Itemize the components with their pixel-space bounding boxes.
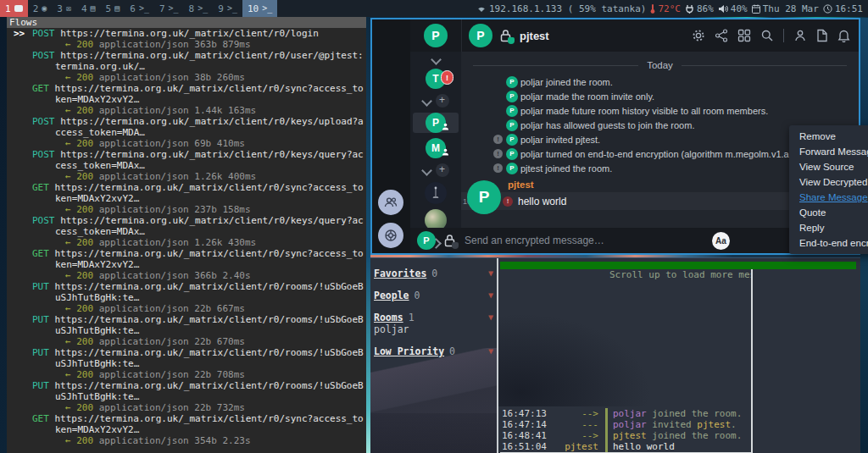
context-menu-item[interactable]: Reply (789, 220, 868, 235)
workspace-button[interactable]: 4 (76, 0, 101, 17)
lamp-icon (431, 186, 441, 200)
context-menu-item[interactable]: View Decrypted S (789, 174, 868, 190)
rooms-grid-icon[interactable] (737, 29, 751, 42)
context-menu-item[interactable]: End-to-end encry (789, 235, 868, 251)
workspace-icon (91, 4, 96, 13)
request-url: https://termina.org.uk/_matrix/client/r0… (55, 413, 364, 435)
room-entry[interactable]: poljar (374, 323, 493, 334)
workspace-button[interactable]: 10 (242, 0, 277, 17)
response-line: ← 200 application/json 22b 732ms (7, 402, 366, 413)
flow-row[interactable]: POST https://termina.org.uk/_matrix/clie… (7, 50, 366, 83)
response-status: ← 200 (65, 369, 93, 380)
room-event: P poljar joined the room. (461, 75, 859, 89)
workspace-button[interactable]: 6 (125, 0, 154, 17)
chevron-down-icon[interactable] (421, 165, 432, 176)
collapse-triangle-icon[interactable]: ▼ (488, 346, 493, 356)
context-menu-item[interactable]: Quote (789, 205, 868, 220)
request-line: PUT https://termina.org.uk/_matrix/clien… (7, 281, 366, 303)
log-line: 16:47:14 --- poljar invited pjtest . (500, 419, 751, 430)
directory-button[interactable] (378, 190, 403, 215)
flow-row[interactable]: POST https://termina.org.uk/_matrix/clie… (7, 149, 366, 182)
workspace-button[interactable]: 1 (0, 0, 28, 17)
share-icon[interactable] (715, 29, 728, 42)
flow-row[interactable]: >> POST https://termina.org.uk/_matrix/c… (7, 28, 366, 50)
request-url: https://termina.org.uk/_matrix/client/r0… (55, 149, 364, 171)
workspace-number: 4 (81, 3, 87, 14)
collapse-triangle-icon[interactable]: ▼ (488, 268, 493, 278)
flow-row[interactable]: PUT https://termina.org.uk/_matrix/clien… (7, 314, 366, 347)
context-menu-item[interactable]: Remove (789, 129, 868, 144)
flow-row[interactable]: GET https://termina.org.uk/_matrix/clien… (7, 413, 366, 446)
gomuks-window: Favorites 0 ▼ People 0 ▼ (370, 257, 860, 453)
workspace-icon (169, 4, 179, 13)
request-url: https://termina.org.uk/_matrix/client/r0… (55, 83, 364, 105)
account-area[interactable]: P (410, 24, 461, 47)
log-segment: hello world (613, 441, 675, 452)
flow-row[interactable]: POST https://termina.org.uk/_matrix/clie… (7, 215, 366, 248)
context-menu-item[interactable]: Share Message (789, 190, 868, 205)
flow-row[interactable]: PUT https://termina.org.uk/_matrix/clien… (7, 281, 366, 314)
file-icon[interactable] (816, 29, 828, 42)
workspace-button[interactable]: 3 (52, 0, 76, 17)
members-icon[interactable] (793, 29, 807, 42)
titlebar: P P pjtest (410, 19, 859, 52)
request-line: POST https://termina.org.uk/_matrix/clie… (7, 50, 366, 72)
request-line: GET https://termina.org.uk/_matrix/clien… (7, 83, 366, 105)
section-header[interactable]: People 0 ▼ (374, 290, 493, 301)
workspace-icon (139, 4, 149, 13)
event-text: poljar invited pjtest. (520, 135, 600, 145)
response-meta: application/json 363b 879ms (99, 39, 251, 50)
http-method: GET (32, 248, 49, 259)
context-menu-item[interactable]: View Source (789, 159, 868, 174)
workspace-number: 7 (159, 3, 165, 14)
section-header[interactable]: Low Priority 0 ▼ (374, 345, 493, 356)
divider-line (682, 65, 847, 66)
sidebar-section: Favorites 0 ▼ (374, 268, 493, 279)
message-input[interactable]: Send an encrypted message… (465, 235, 704, 246)
format-button[interactable]: Aa (712, 232, 730, 250)
collapse-triangle-icon[interactable]: ▼ (488, 312, 493, 322)
room-avatar: P (469, 24, 492, 47)
request-line: POST https://termina.org.uk/_matrix/clie… (7, 28, 366, 39)
http-method: GET (32, 182, 49, 193)
room-item-p-selected[interactable]: P (413, 113, 459, 133)
workspace-button[interactable]: 9 (213, 0, 242, 17)
room-item-m[interactable]: M (413, 138, 459, 158)
account-avatar[interactable]: P (424, 24, 448, 47)
flow-row[interactable]: PUT https://termina.org.uk/_matrix/clien… (7, 347, 366, 380)
add-room-button[interactable]: + (436, 94, 449, 108)
room-item-t[interactable]: T ! (413, 69, 459, 89)
search-icon[interactable] (760, 29, 774, 42)
workspace-button[interactable]: 7 (154, 0, 184, 17)
event-avatar: P (506, 134, 518, 146)
warning-icon: ! (493, 163, 503, 173)
panel-spacer (500, 281, 751, 408)
flow-row[interactable]: PUT https://termina.org.uk/_matrix/clien… (7, 380, 366, 413)
flow-row[interactable]: POST https://termina.org.uk/_matrix/clie… (7, 116, 366, 149)
section-name: Rooms (374, 312, 403, 323)
add-room-button[interactable]: + (436, 163, 449, 177)
notifications-bell-icon[interactable] (837, 29, 850, 42)
workspace-button[interactable]: 2 (28, 0, 53, 17)
scroll-notice: Scroll up to load more mess (500, 269, 751, 281)
help-button[interactable] (378, 223, 403, 248)
flow-row[interactable]: GET https://termina.org.uk/_matrix/clien… (7, 83, 366, 116)
sidebar-section: People 0 ▼ (374, 290, 493, 301)
chevron-down-icon[interactable] (421, 96, 432, 107)
room-avatar-lamp[interactable] (425, 182, 447, 204)
request-line: PUT https://termina.org.uk/_matrix/clien… (7, 347, 366, 369)
settings-gear-icon[interactable] (692, 29, 705, 42)
flow-row[interactable]: GET https://termina.org.uk/_matrix/clien… (7, 182, 366, 215)
section-header[interactable]: Rooms 1 ▼ (374, 312, 493, 323)
chevron-down-icon[interactable] (431, 54, 442, 65)
context-menu-item[interactable]: Forward Message (789, 144, 868, 159)
response-line: ← 200 application/json 69b 410ms (7, 138, 366, 149)
time-segment: 16:51 (823, 3, 863, 14)
section-header[interactable]: Favorites 0 ▼ (374, 268, 493, 279)
workspace-button[interactable]: 5 (101, 0, 125, 17)
temperature-segment: 72°C (650, 3, 681, 14)
flow-row[interactable]: GET https://termina.org.uk/_matrix/clien… (7, 248, 366, 281)
collapse-triangle-icon[interactable]: ▼ (488, 290, 493, 300)
workspace-button[interactable]: 8 (184, 0, 214, 17)
response-meta: application/json 22b 670ms (99, 336, 245, 347)
